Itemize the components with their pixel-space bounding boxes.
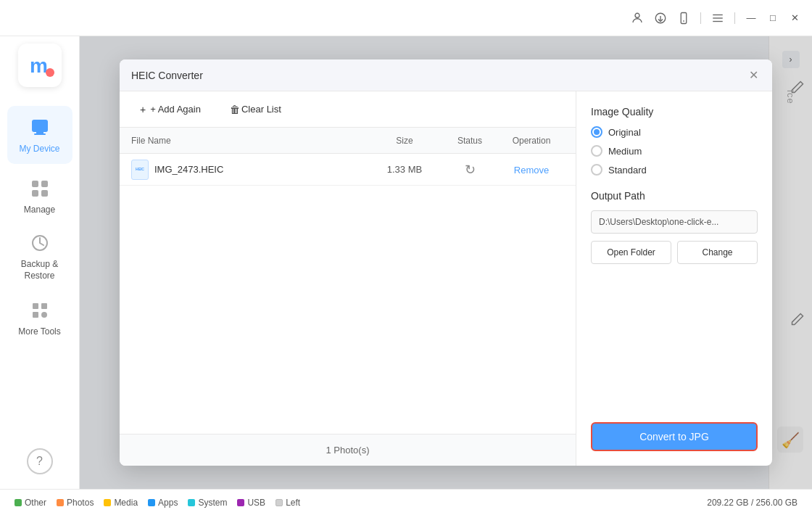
radio-standard-circle [591, 164, 602, 176]
svg-point-21 [41, 312, 47, 318]
apps-label: Apps [158, 498, 178, 508]
help-button[interactable]: ? [27, 448, 53, 474]
maximize-button[interactable]: □ [767, 12, 779, 24]
modal-header: HEIC Converter ✕ [120, 59, 772, 91]
change-button[interactable]: Change [677, 241, 758, 264]
output-path-section: Output Path D:\Users\Desktop\one-click-e… [591, 190, 758, 264]
modal-title: HEIC Converter [131, 70, 740, 81]
legend-apps: Apps [148, 498, 178, 508]
photos-dot [57, 499, 64, 506]
other-label: Other [25, 498, 46, 508]
backup-icon [28, 231, 51, 255]
plus-icon: + [140, 104, 146, 115]
output-path-value: D:\Users\Desktop\one-click-e... [591, 210, 758, 234]
file-table: File Name Size Status Operation [120, 128, 576, 434]
sidebar-item-my-device[interactable]: My Device [7, 106, 72, 164]
trash-icon: 🗑 [230, 104, 240, 115]
add-again-label: + Add Again [150, 104, 201, 115]
modal-left-panel: + + Add Again 🗑 Clear List [120, 91, 576, 466]
svg-rect-19 [41, 303, 47, 309]
legend-media: Media [104, 498, 138, 508]
legend-system: System [188, 498, 227, 508]
sidebar-label-manage: Manage [24, 205, 55, 215]
sidebar-item-manage[interactable]: Manage [7, 167, 72, 225]
my-device-icon [28, 116, 51, 139]
svg-rect-18 [33, 303, 38, 309]
table-body: HEIC IMG_2473.HEIC 1.33 MB ↻ [120, 154, 576, 186]
svg-rect-16 [41, 190, 48, 197]
usb-dot [237, 499, 244, 506]
table-header: File Name Size Status Operation [120, 128, 576, 154]
legend-usb: USB [237, 498, 265, 508]
storage-legend: Other Photos Media Apps System USB [14, 498, 707, 508]
quality-original[interactable]: Original [591, 126, 758, 138]
modal-overlay: HEIC Converter ✕ + + Add Again [80, 36, 812, 489]
sidebar-label-more-tools: More Tools [18, 326, 60, 337]
app-logo: m [18, 44, 62, 87]
sidebar-label-my-device: My Device [19, 144, 59, 154]
person-icon[interactable] [631, 12, 644, 25]
output-path-title: Output Path [591, 190, 758, 202]
apps-dot [148, 499, 155, 506]
svg-rect-13 [32, 181, 38, 187]
main-content: m My Device [0, 36, 812, 489]
output-buttons: Open Folder Change [591, 241, 758, 264]
svg-rect-10 [32, 120, 48, 132]
menu-icon[interactable] [711, 12, 724, 25]
system-label: System [198, 498, 227, 508]
remove-button[interactable]: Remove [514, 165, 549, 176]
left-dot [276, 499, 283, 506]
quality-standard-label: Standard [608, 165, 647, 176]
image-quality-section: Image Quality Original Medium [591, 106, 758, 176]
quality-radio-group: Original Medium Standard [591, 126, 758, 176]
cell-size: 1.33 MB [368, 164, 441, 175]
sidebar-bottom: ? [27, 448, 53, 474]
svg-text:m: m [30, 54, 48, 77]
image-quality-title: Image Quality [591, 106, 758, 118]
col-filename: File Name [131, 136, 368, 146]
col-size: Size [368, 136, 441, 146]
left-label: Left [286, 498, 300, 508]
quality-medium[interactable]: Medium [591, 145, 758, 157]
sidebar: m My Device [0, 36, 80, 489]
media-label: Media [114, 498, 138, 508]
usb-label: USB [247, 498, 265, 508]
modal-toolbar: + + Add Again 🗑 Clear List [120, 91, 576, 128]
clear-list-label: Clear List [241, 104, 281, 115]
open-folder-button[interactable]: Open Folder [591, 241, 671, 264]
status-bar: Other Photos Media Apps System USB [0, 489, 812, 515]
svg-rect-14 [41, 181, 48, 187]
table-row: HEIC IMG_2473.HEIC 1.33 MB ↻ [120, 154, 576, 186]
minimize-button[interactable]: — [745, 12, 757, 24]
legend-left: Left [276, 498, 300, 508]
modal-footer: 1 Photo(s) [120, 434, 576, 466]
more-tools-icon [28, 299, 51, 322]
storage-amount: 209.22 GB / 256.00 GB [707, 498, 798, 508]
spacer [591, 279, 758, 408]
col-status: Status [441, 136, 499, 146]
close-window-button[interactable]: ✕ [789, 12, 800, 24]
modal-close-button[interactable]: ✕ [746, 68, 761, 83]
phone-icon[interactable] [677, 12, 690, 25]
top-bar-divider2 [734, 12, 735, 24]
svg-point-9 [46, 68, 54, 77]
quality-standard[interactable]: Standard [591, 164, 758, 176]
top-bar: — □ ✕ [0, 0, 812, 36]
modal-right-panel: Image Quality Original Medium [576, 91, 772, 466]
download-icon[interactable] [654, 12, 667, 25]
sidebar-item-more-tools[interactable]: More Tools [7, 289, 72, 347]
svg-rect-12 [34, 133, 46, 135]
sidebar-item-backup-restore[interactable]: Backup &Restore [7, 228, 72, 286]
refresh-icon[interactable]: ↻ [465, 162, 476, 178]
system-dot [188, 499, 195, 506]
convert-to-jpg-button[interactable]: Convert to JPG [591, 422, 758, 451]
convert-button-container: Convert to JPG [591, 422, 758, 451]
clear-list-button[interactable]: 🗑 Clear List [221, 99, 290, 120]
photos-label: Photos [67, 498, 94, 508]
add-again-button[interactable]: + + Add Again [131, 99, 210, 120]
svg-rect-15 [32, 190, 38, 197]
media-dot [104, 499, 111, 506]
svg-rect-20 [33, 312, 38, 318]
radio-original-circle [591, 126, 602, 138]
legend-other: Other [14, 498, 46, 508]
